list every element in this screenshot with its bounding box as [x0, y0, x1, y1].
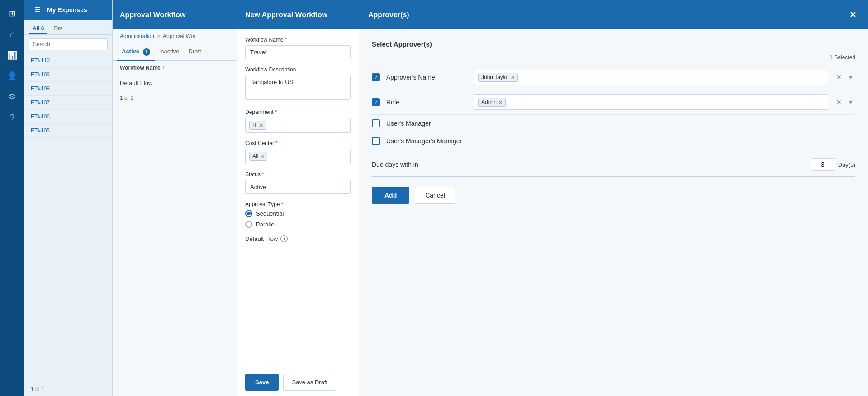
- approval-type-radio-group: Sequential Parallel: [245, 210, 351, 228]
- selected-count: 1 Selected: [372, 54, 855, 61]
- role-tag-input[interactable]: Admin ✕: [474, 94, 828, 110]
- approval-type-label: Approval Type *: [245, 201, 351, 207]
- active-badge: 1: [143, 48, 150, 56]
- sidebar-nav: ⊞ ⌂ 📊 👤 ⚙ ?: [0, 0, 24, 396]
- approvers-title: Approver(s): [368, 11, 409, 19]
- workflow-description-input[interactable]: Bangalore to US: [245, 75, 351, 100]
- status-group: Status *: [245, 171, 351, 194]
- form-footer: Save Save as Draft: [237, 368, 359, 396]
- save-button[interactable]: Save: [245, 374, 279, 391]
- workflow-description-group: Workflow Description Bangalore to US: [245, 66, 351, 102]
- approver-name-label: Approver's Name: [386, 74, 468, 81]
- admin-tag: Admin ✕: [478, 98, 506, 107]
- department-tag-input[interactable]: IT ✕: [245, 118, 351, 133]
- approver-name-controls: ✕ ▼: [835, 73, 855, 82]
- workflow-column-header: Workflow Name ↑: [113, 61, 237, 75]
- help-icon[interactable]: ?: [3, 108, 21, 127]
- approver-name-checkbox[interactable]: [372, 73, 380, 81]
- list-item[interactable]: ET#106: [24, 110, 112, 124]
- approvers-header: Approver(s) ✕: [359, 0, 868, 29]
- cancel-button[interactable]: Cancel: [415, 187, 455, 204]
- tab-all[interactable]: All 6: [29, 24, 47, 34]
- clear-role[interactable]: ✕: [835, 98, 844, 107]
- tab-draft[interactable]: Dra: [50, 24, 66, 34]
- my-expenses-header: ☰ My Expenses: [24, 0, 112, 20]
- clear-approver-name[interactable]: ✕: [835, 73, 844, 82]
- expand-role[interactable]: ▼: [846, 98, 855, 106]
- workflow-panel: Approval Workflow Administration > Appro…: [113, 0, 237, 396]
- users-managers-manager-checkbox[interactable]: [372, 137, 380, 145]
- form-body: Workflow Name * Workflow Description Ban…: [237, 29, 359, 368]
- hamburger-icon[interactable]: ☰: [31, 4, 43, 16]
- save-draft-button[interactable]: Save as Draft: [283, 374, 336, 391]
- days-input[interactable]: [811, 158, 835, 171]
- workflow-name-input[interactable]: [245, 45, 351, 59]
- list-item[interactable]: ET#107: [24, 96, 112, 110]
- workflow-pagination: 1 of 1: [113, 91, 237, 105]
- remove-all-tag[interactable]: ✕: [260, 154, 264, 160]
- grid-icon[interactable]: ⊞: [3, 5, 21, 23]
- new-workflow-panel: New Approval Workflow Workflow Name * Wo…: [237, 0, 359, 396]
- add-button[interactable]: Add: [372, 187, 409, 204]
- tab-active[interactable]: Active 1: [117, 43, 155, 60]
- expenses-tabs: All 6 Dra: [24, 20, 112, 35]
- approvers-body: Select Approver(s) 1 Selected Approver's…: [359, 29, 868, 396]
- role-label: Role: [386, 99, 468, 106]
- expand-approver-name[interactable]: ▼: [846, 73, 855, 81]
- users-managers-manager-row: User's Manager's Manager: [372, 132, 855, 150]
- select-approvers-title: Select Approver(s): [372, 40, 855, 48]
- list-item[interactable]: ET#109: [24, 68, 112, 82]
- department-label: Department *: [245, 109, 351, 115]
- workflow-item[interactable]: Default Flow: [113, 75, 237, 91]
- approver-name-tag-input[interactable]: John Taylor ✕: [474, 70, 828, 85]
- required-indicator: *: [285, 37, 287, 43]
- workflow-description-label: Workflow Description: [245, 66, 351, 73]
- users-manager-checkbox[interactable]: [372, 119, 380, 127]
- expenses-list: ET#110 ET#109 ET#108 ET#107 ET#106 ET#10…: [24, 54, 112, 382]
- info-icon[interactable]: i: [280, 235, 288, 242]
- role-controls: ✕ ▼: [835, 98, 855, 107]
- cost-center-group: Cost Center * All ✕: [245, 140, 351, 164]
- default-flow-label: Default Flow i: [245, 235, 351, 242]
- list-item[interactable]: ET#108: [24, 82, 112, 96]
- radio-parallel[interactable]: Parallel: [245, 221, 351, 228]
- breadcrumb: Administration > Approval Wor: [113, 29, 237, 43]
- search-input[interactable]: [29, 38, 108, 50]
- home-icon[interactable]: ⌂: [3, 25, 21, 43]
- expenses-search: [24, 35, 112, 54]
- tab-draft-workflow[interactable]: Draft: [184, 43, 205, 60]
- sort-icon[interactable]: ↑: [162, 65, 165, 70]
- people-icon[interactable]: 👤: [3, 67, 21, 85]
- department-group: Department * IT ✕: [245, 109, 351, 133]
- expenses-pagination: 1 of 1: [24, 382, 112, 396]
- radio-sequential-circle: [245, 210, 252, 217]
- my-expenses-panel: ☰ My Expenses All 6 Dra ET#110 ET#109 ET…: [24, 0, 113, 396]
- remove-it-tag[interactable]: ✕: [259, 123, 263, 128]
- role-row: Role Admin ✕ ✕ ▼: [372, 90, 855, 115]
- radio-sequential[interactable]: Sequential: [245, 210, 351, 217]
- breadcrumb-separator: >: [157, 33, 160, 39]
- role-checkbox[interactable]: [372, 98, 380, 106]
- users-manager-label: User's Manager: [386, 120, 468, 127]
- workflow-name-label: Workflow Name *: [245, 37, 351, 43]
- default-flow-group: Default Flow i: [245, 235, 351, 242]
- approval-type-group: Approval Type * Sequential Parallel: [245, 201, 351, 228]
- status-input[interactable]: [245, 180, 351, 194]
- remove-admin[interactable]: ✕: [498, 99, 503, 105]
- workflow-panel-header: Approval Workflow: [113, 0, 237, 29]
- list-item[interactable]: ET#105: [24, 124, 112, 138]
- tab-inactive[interactable]: Inactive: [155, 43, 184, 60]
- remove-john-taylor[interactable]: ✕: [511, 75, 515, 80]
- john-taylor-tag: John Taylor ✕: [478, 73, 518, 82]
- breadcrumb-admin[interactable]: Administration: [120, 33, 154, 39]
- users-managers-manager-label: User's Manager's Manager: [386, 137, 468, 145]
- new-workflow-title: New Approval Workflow: [245, 11, 327, 19]
- due-days-label: Due days with in: [372, 161, 804, 168]
- chart-icon[interactable]: 📊: [3, 46, 21, 64]
- cost-center-label: Cost Center *: [245, 140, 351, 146]
- approvers-actions: Add Cancel: [372, 187, 855, 204]
- cost-center-tag-input[interactable]: All ✕: [245, 149, 351, 164]
- list-item[interactable]: ET#110: [24, 54, 112, 68]
- settings-icon[interactable]: ⚙: [3, 88, 21, 106]
- close-button[interactable]: ✕: [846, 9, 859, 21]
